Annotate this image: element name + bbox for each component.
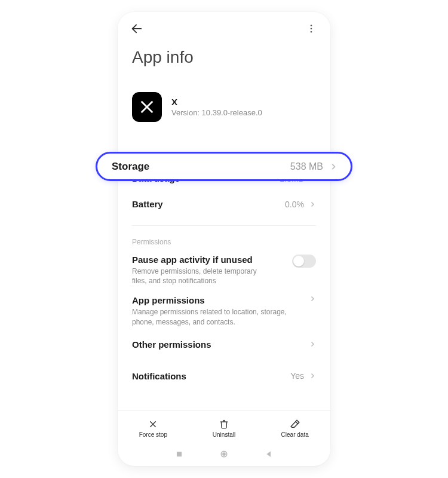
row-app-permissions-sub: Manage permissions related to location, … [132, 307, 287, 326]
row-app-permissions-label: App permissions [132, 295, 287, 305]
row-storage-value: 538 MB [290, 161, 323, 172]
row-app-permissions[interactable]: App permissions Manage permissions relat… [118, 290, 330, 331]
chevron-right-icon [309, 341, 316, 348]
bottom-action-bar: Force stop Uninstall Clear data [118, 410, 330, 445]
kebab-icon [306, 23, 317, 34]
app-header: X Version: 10.39.0-release.0 [118, 75, 330, 136]
row-pause-activity-label: Pause app activity if unused [132, 255, 269, 265]
back-button[interactable] [130, 22, 144, 36]
app-icon [132, 92, 162, 122]
clear-data-label: Clear data [281, 431, 309, 438]
row-battery-label: Battery [132, 199, 163, 209]
trash-icon [219, 419, 229, 429]
svg-rect-9 [177, 452, 182, 456]
divider [132, 225, 316, 226]
pause-activity-toggle[interactable] [292, 255, 316, 268]
svg-point-1 [311, 24, 312, 26]
row-storage-highlighted[interactable]: Storage 538 MB [96, 152, 352, 181]
permissions-section-label: Permissions [118, 234, 330, 250]
square-icon [175, 450, 183, 458]
row-battery[interactable]: Battery 0.0% [118, 191, 330, 217]
uninstall-button[interactable]: Uninstall [189, 411, 260, 445]
x-logo-icon [139, 99, 155, 115]
nav-back-button[interactable] [265, 450, 273, 461]
triangle-left-icon [265, 450, 273, 458]
chevron-right-icon [309, 372, 316, 379]
clear-data-button[interactable]: Clear data [259, 411, 330, 445]
page-title: App info [118, 45, 330, 75]
force-stop-label: Force stop [139, 431, 167, 438]
chevron-right-icon [309, 201, 316, 208]
app-version: Version: 10.39.0-release.0 [171, 108, 262, 117]
close-icon [148, 419, 158, 429]
svg-point-3 [311, 31, 312, 33]
svg-point-2 [311, 28, 312, 30]
arrow-left-icon [130, 22, 143, 35]
circle-icon [219, 449, 229, 459]
row-notifications-value: Yes [290, 371, 304, 381]
overflow-menu-button[interactable] [304, 22, 318, 36]
row-other-permissions-label: Other permissions [132, 339, 211, 350]
force-stop-button[interactable]: Force stop [118, 411, 189, 445]
android-nav-bar [118, 445, 330, 466]
row-pause-activity-sub: Remove permissions, delete temporary fil… [132, 266, 269, 286]
row-pause-activity[interactable]: Pause app activity if unused Remove perm… [118, 250, 330, 290]
row-storage-label: Storage [112, 161, 149, 173]
row-other-permissions[interactable]: Other permissions [118, 332, 330, 357]
row-battery-value: 0.0% [285, 200, 304, 209]
nav-home-button[interactable] [219, 449, 229, 461]
svg-point-11 [223, 453, 225, 455]
row-notifications[interactable]: Notifications Yes [118, 363, 330, 389]
svg-line-8 [295, 421, 297, 424]
chevron-right-icon [329, 163, 337, 171]
svg-marker-12 [267, 451, 271, 456]
uninstall-label: Uninstall [213, 431, 235, 438]
nav-recent-button[interactable] [175, 450, 183, 461]
row-notifications-label: Notifications [132, 371, 186, 381]
chevron-right-icon [309, 295, 316, 302]
app-name: X [171, 97, 262, 107]
eraser-icon [290, 419, 300, 430]
